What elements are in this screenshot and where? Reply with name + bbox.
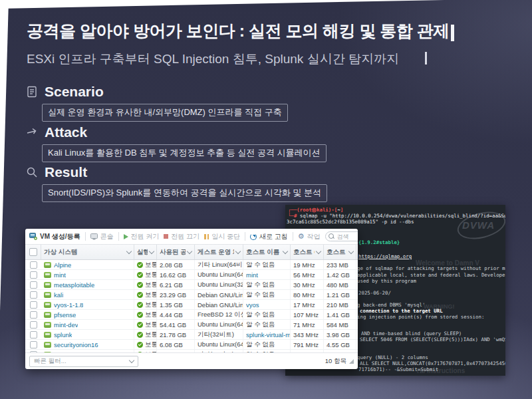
column-header[interactable]: 가상 시스템 [41,245,134,259]
host-cpu-cell: 56 MHz [291,270,324,279]
console-button[interactable]: 콘솔 [90,232,114,241]
vm-status-cell: 보통 [134,300,157,309]
vm-name-link[interactable]: metasploitable [54,281,94,289]
guest-os-cell: 기타 Linux(64비트) [195,260,243,269]
used-space-cell: 6.21 GB [157,280,195,289]
vm-name-link[interactable]: Alpine [54,261,71,269]
vm-name-link[interactable]: splunk [54,331,72,338]
host-cpu-cell: 19 MHz [291,260,324,269]
chevron-down-icon[interactable] [283,248,288,253]
row-checkbox[interactable] [30,261,37,269]
vm-name-cell: mint [41,270,134,279]
power-off-button[interactable]: 전원 끄기 [164,232,200,241]
used-space-cell: 54.41 GB [157,320,195,329]
terminal-output-line: {1.9.2#stable} [358,239,400,245]
vm-status-cell: 보통 [134,260,157,269]
guest-os-cell: FreeBSD 12 이상 ... [195,310,243,319]
vm-name-link[interactable]: securityonion16 [54,341,98,348]
status-ok-icon [137,292,143,298]
vm-name-cell: mint-dev [41,320,134,329]
power-on-button[interactable]: 전원 켜기 [124,232,160,241]
row-checkbox[interactable] [30,291,37,299]
table-row[interactable]: splunk보통21.78 GB기타(32비트)splunk-virtual-m… [25,330,358,340]
resize-gripper-icon[interactable] [349,359,354,364]
row-checkbox[interactable] [30,341,37,348]
vm-status-cell: 보통 [134,310,157,319]
column-header[interactable]: 호스트 이름 [243,245,291,259]
column-header[interactable]: 호스트 메... [324,245,356,259]
table-row[interactable]: kali보통23.29 GBDebian GNU/Linux...알 수 없음8… [25,290,358,300]
power-off-icon [164,234,168,239]
create-vm-button[interactable]: VM 생성/등록 [29,232,80,241]
host-mem-cell: 1.42 GB [324,270,356,279]
table-row[interactable]: securityonion16보통6.08 GBUbuntu Linux(64비… [25,340,358,350]
row-checkbox[interactable] [30,281,37,289]
arrow-right-icon [25,126,39,139]
chevron-down-icon[interactable] [235,248,241,253]
vm-name-link[interactable]: kali [54,291,63,299]
row-checkbox[interactable] [30,311,37,319]
vm-icon [44,302,51,308]
column-header[interactable]: 실행... [134,245,157,259]
actions-button[interactable]: ⚙ 작업 [298,232,321,241]
select-all-checkbox[interactable] [29,248,37,256]
terminal-output-line: 2025-06-20/ [358,290,391,296]
chevron-down-icon[interactable] [149,248,154,253]
dvwa-page-bleed-text: WARNING! [424,303,455,310]
section-attack: Attack Kali Linux를 활용한 DB 침투 및 계정정보 추출 등… [25,124,327,162]
row-checkbox[interactable] [30,301,37,309]
terminal-output-line: g back-end DBMS 'mysql' [357,302,425,308]
chevron-down-icon[interactable] [348,248,354,253]
search-box [325,231,358,241]
refresh-button[interactable]: 새로 고침 [250,232,288,241]
chevron-down-icon[interactable] [187,248,192,253]
document-icon [25,85,39,98]
chevron-down-icon[interactable] [316,248,321,253]
host-name-link[interactable]: vyos [246,301,259,309]
table-row[interactable]: metasploitable보통6.21 GBUbuntu Linux(32비.… [25,280,358,290]
table-row[interactable]: Alpine보통2.08 GB기타 Linux(64비트)알 수 없음19 MH… [25,260,358,270]
quick-filter-dropdown[interactable]: 빠른 필터... [29,356,138,367]
host-name-link[interactable]: mint [246,271,258,279]
table-row[interactable]: pfsense보통4.44 GBFreeBSD 12 이상 ...알 수 없음1… [25,310,358,320]
vm-name-link[interactable]: mint-dev [54,321,78,329]
vm-icon [44,322,51,328]
used-space-cell: 21.78 GB [157,330,195,339]
row-checkbox[interactable] [30,321,37,329]
host-mem-cell: 210 MB [324,300,356,309]
vm-name-link[interactable]: vyos-1-1.8 [54,301,83,309]
table-row[interactable]: mint-dev보통54.41 GBUbuntu Linux(64비...알 수… [25,320,358,330]
presentation-slide: 공격을 알아야 방어가 보인다 : 실전 모의 해킹 및 통합 관제 ESXi … [0,0,532,399]
chevron-down-icon[interactable] [126,248,132,253]
column-header[interactable]: 사용된 공간 [157,245,195,259]
table-row[interactable]: vyos-1-1.8보통1.35 GBDebian GNU/Linux...vy… [25,300,358,310]
vm-icon [44,352,51,353]
vm-status-cell: 보통 [134,270,157,279]
status-ok-icon [137,322,143,328]
column-header[interactable]: 호스트 C... [291,245,324,259]
host-name-cell: mint [243,270,291,279]
host-name-cell: splunk-virtual-mac... [243,330,291,339]
vm-icon [44,312,51,318]
status-ok-icon [137,272,143,278]
used-space-cell: 1.35 GB [157,300,195,309]
vm-status-cell: 보통 [134,290,157,299]
header-checkbox-cell [25,245,41,259]
vm-table-footer: 빠른 필터... 10 항목 [25,352,358,369]
suspend-button[interactable]: 일시 중단 [204,232,240,241]
row-checkbox[interactable] [30,331,37,338]
toolbar-separator [293,232,293,241]
guest-os-cell: 기타(32비트) [195,330,243,339]
vm-table-header: 가상 시스템실행...사용된 공간게스트 운영 체제호스트 이름호스트 C...… [25,245,358,260]
status-ok-icon [137,302,143,308]
terminal-command-wrap-line: 3c7ca61c885c52dc2f8b135e089a15" -p id --… [287,219,414,225]
column-header[interactable]: 게스트 운영 체제 [195,245,243,259]
host-cpu-cell: 107 MHz [291,310,324,319]
section-result: Result Snort(IDS/IPS)와 Splunk를 연동하여 공격을 … [25,164,327,202]
vm-name-link[interactable]: mint [54,271,66,279]
host-name-link[interactable]: splunk-virtual-mac... [246,331,291,338]
toolbar-separator [118,232,119,241]
row-checkbox[interactable] [30,271,37,279]
table-row[interactable]: mint보통16.62 GBUbuntu Linux(64비...mint56 … [25,270,358,280]
vm-name-link[interactable]: pfsense [54,311,76,319]
